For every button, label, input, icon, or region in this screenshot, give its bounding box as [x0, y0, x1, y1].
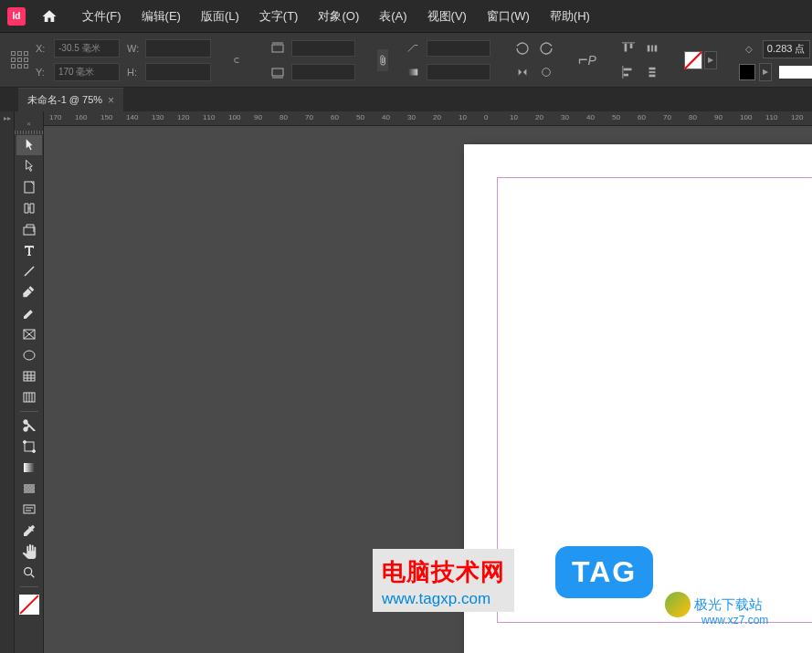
fill-dropdown-arrow[interactable]: ▶: [704, 51, 717, 69]
fill-none-swatch[interactable]: [684, 51, 702, 69]
table-tool[interactable]: [16, 366, 42, 386]
distribute-v-icon[interactable]: [642, 62, 662, 82]
x-label: X:: [36, 43, 50, 54]
align-top-icon[interactable]: [618, 38, 638, 58]
tag-badge-label: TAG: [555, 546, 653, 598]
fit-dropdown-1[interactable]: [291, 40, 355, 57]
svg-rect-25: [24, 372, 35, 381]
svg-point-24: [24, 351, 35, 360]
x-input[interactable]: [54, 39, 120, 58]
zoom-tool[interactable]: [16, 563, 42, 583]
pencil-tool[interactable]: [16, 303, 42, 323]
gradient-feather-tool[interactable]: [16, 479, 42, 499]
rotate-ccw-icon[interactable]: [512, 38, 533, 58]
watermark-tag-badge: TAG: [555, 546, 653, 598]
menu-table[interactable]: 表(A): [370, 3, 416, 30]
y-input[interactable]: [54, 63, 120, 81]
svg-rect-7: [630, 43, 633, 47]
ellipse-tool[interactable]: [16, 345, 42, 365]
flip-h-icon[interactable]: [512, 62, 533, 82]
app-icon: Id: [7, 7, 26, 26]
home-icon[interactable]: [37, 4, 62, 29]
menu-file[interactable]: 文件(F): [73, 3, 131, 30]
scissors-tool[interactable]: [16, 416, 42, 436]
svg-rect-2: [272, 68, 283, 76]
fit-dropdown-2[interactable]: [291, 64, 355, 80]
direct-selection-tool[interactable]: [16, 156, 42, 176]
toolbox-collapse-icon[interactable]: ×: [15, 117, 43, 130]
svg-rect-11: [654, 45, 657, 51]
menu-view[interactable]: 视图(V): [418, 3, 476, 30]
eyedropper-tool[interactable]: [16, 521, 42, 541]
constrain-icon[interactable]: [233, 50, 246, 70]
stroke-stepper-icon[interactable]: ◇: [739, 39, 759, 59]
pen-tool[interactable]: [16, 282, 42, 302]
gap-tool[interactable]: [16, 198, 42, 218]
rotate-cw-icon[interactable]: [536, 38, 556, 58]
stroke-weight-input[interactable]: 0.283 点: [763, 40, 810, 58]
h-label: H:: [127, 67, 142, 78]
svg-rect-39: [24, 484, 35, 493]
page-tool[interactable]: [16, 177, 42, 197]
menu-help[interactable]: 帮助(H): [541, 3, 599, 30]
type-tool[interactable]: [16, 240, 42, 260]
canvas-content[interactable]: 电脑技术网 www.tagxp.com TAG 极光下载站 www.xz7.co…: [44, 126, 812, 653]
horizontal-ruler: 170 160 150 140 130 120 110 100 90 80 70…: [44, 111, 812, 126]
svg-rect-12: [624, 68, 632, 70]
y-label: Y:: [36, 67, 50, 78]
side-panel-collapse[interactable]: ▸▸: [0, 111, 15, 653]
text-wrap-icon[interactable]: ⌐P: [578, 50, 596, 70]
svg-rect-42: [24, 505, 35, 513]
attachment-icon[interactable]: [377, 49, 388, 71]
svg-rect-16: [649, 71, 655, 73]
reference-point-icon[interactable]: [11, 46, 28, 75]
menu-edit[interactable]: 编辑(E): [132, 3, 190, 30]
document-tab[interactable]: 未命名-1 @ 75% ×: [18, 88, 123, 111]
free-transform-tool[interactable]: [16, 437, 42, 457]
note-tool[interactable]: [16, 500, 42, 520]
h-input[interactable]: [145, 63, 211, 81]
gradient-swatch-tool[interactable]: [16, 458, 42, 478]
flip-v-icon[interactable]: [536, 62, 556, 82]
grid-tool[interactable]: [16, 387, 42, 407]
stroke-style-preview[interactable]: [779, 66, 812, 79]
svg-rect-19: [24, 227, 35, 235]
menu-object[interactable]: 对象(O): [309, 3, 368, 30]
opacity-dropdown[interactable]: [427, 64, 490, 80]
size-group: W: H:: [127, 39, 211, 81]
align-left-icon[interactable]: [618, 62, 638, 82]
shear-dropdown[interactable]: [427, 40, 490, 57]
w-label: W:: [127, 43, 142, 54]
menu-bar: 文件(F) 编辑(E) 版面(L) 文字(T) 对象(O) 表(A) 视图(V)…: [73, 3, 599, 30]
selection-tool[interactable]: [16, 135, 42, 155]
document-tab-bar: 未命名-1 @ 75% ×: [0, 88, 812, 111]
rectangle-frame-tool[interactable]: [16, 324, 42, 344]
menu-type[interactable]: 文字(T): [250, 3, 308, 30]
shear-icon[interactable]: [403, 38, 423, 58]
watermark-site1: 电脑技术网 www.tagxp.com: [373, 549, 514, 612]
menu-window[interactable]: 窗口(W): [478, 3, 539, 30]
workspace: ▸▸ × 170 160 150 140: [0, 111, 812, 653]
svg-line-20: [25, 267, 34, 276]
tab-close-icon[interactable]: ×: [108, 94, 114, 107]
hand-tool[interactable]: [16, 542, 42, 562]
fit-content-icon[interactable]: [268, 62, 288, 82]
fill-stroke-swatch[interactable]: [19, 595, 39, 615]
watermark-site1-url: www.tagxp.com: [382, 590, 505, 608]
menu-layout[interactable]: 版面(L): [192, 3, 248, 30]
distribute-h-icon[interactable]: [642, 38, 662, 58]
watermark-site2-url: www.xz7.com: [701, 614, 768, 627]
svg-rect-6: [624, 43, 627, 51]
svg-point-45: [24, 568, 31, 575]
aurora-logo-icon: [665, 592, 691, 617]
svg-rect-37: [24, 463, 35, 472]
stroke-color-arrow[interactable]: ▶: [759, 63, 772, 81]
stroke-color-swatch[interactable]: [739, 64, 755, 80]
canvas-area[interactable]: 170 160 150 140 130 120 110 100 90 80 70…: [44, 111, 812, 653]
fit-frame-icon[interactable]: [268, 38, 288, 58]
w-input[interactable]: [145, 39, 211, 58]
content-collector-tool[interactable]: [16, 219, 42, 239]
gradient-icon[interactable]: [403, 62, 423, 82]
svg-rect-13: [624, 73, 628, 76]
line-tool[interactable]: [16, 261, 42, 281]
